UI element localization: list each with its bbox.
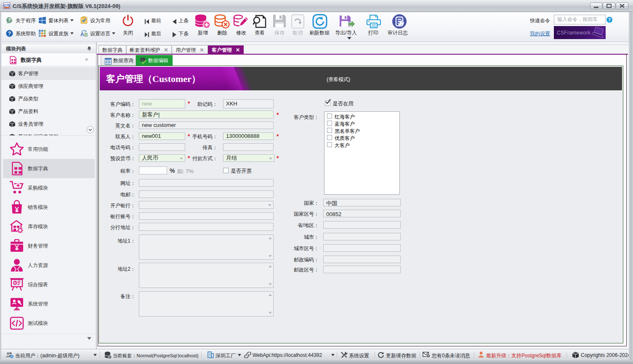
svg-text:A: A	[80, 32, 84, 37]
svg-text:C/S: C/S	[3, 3, 10, 8]
svg-text:B: B	[84, 32, 88, 37]
svg-text:?: ?	[608, 18, 611, 22]
svg-text:?: ?	[8, 31, 11, 37]
